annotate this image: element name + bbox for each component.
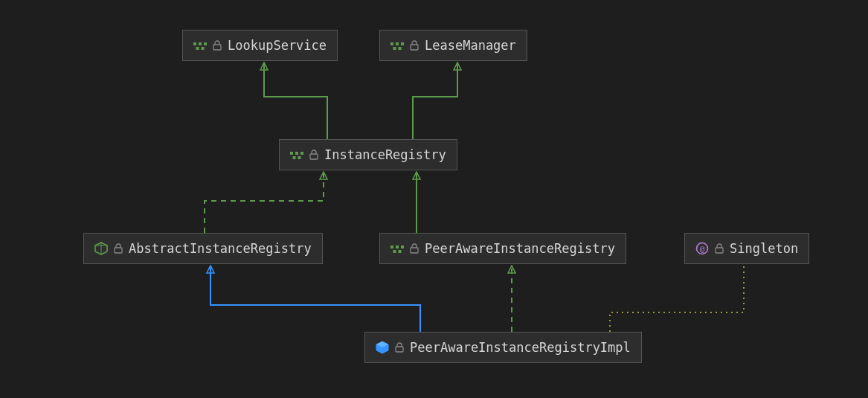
svg-rect-13 — [295, 152, 298, 155]
lock-icon — [114, 243, 123, 254]
node-lease-manager[interactable]: LeaseManager — [379, 30, 527, 61]
node-lookup-service[interactable]: LookupService — [182, 30, 338, 61]
svg-rect-2 — [204, 42, 207, 45]
svg-rect-17 — [310, 154, 318, 159]
svg-rect-8 — [401, 42, 404, 45]
svg-text:@: @ — [700, 244, 705, 254]
node-singleton[interactable]: @ Singleton — [684, 233, 809, 264]
interface-icon — [193, 39, 207, 52]
svg-rect-9 — [393, 47, 396, 50]
interface-icon — [290, 148, 303, 161]
class-icon — [376, 341, 389, 354]
lock-icon — [410, 40, 419, 51]
svg-rect-24 — [411, 248, 418, 253]
svg-rect-22 — [393, 250, 396, 253]
lock-icon — [309, 150, 318, 160]
node-label: LookupService — [228, 38, 327, 53]
lock-icon — [410, 243, 419, 254]
lock-icon — [213, 40, 222, 51]
svg-rect-15 — [293, 156, 296, 159]
node-label: LeaseManager — [425, 38, 516, 53]
svg-rect-27 — [716, 248, 723, 253]
interface-icon — [390, 39, 404, 52]
svg-rect-28 — [396, 347, 403, 352]
node-label: PeerAwareInstanceRegistry — [425, 241, 615, 256]
svg-rect-20 — [396, 245, 399, 248]
svg-rect-6 — [390, 42, 393, 45]
svg-rect-7 — [396, 42, 399, 45]
interface-icon — [390, 242, 404, 255]
svg-rect-21 — [401, 245, 404, 248]
svg-rect-1 — [199, 42, 202, 45]
node-label: PeerAwareInstanceRegistryImpl — [410, 340, 631, 355]
lock-icon — [395, 342, 404, 353]
node-instance-registry[interactable]: InstanceRegistry — [279, 139, 457, 170]
node-label: Singleton — [730, 241, 798, 256]
node-abstract-instance-registry[interactable]: AbstractInstanceRegistry — [83, 233, 323, 264]
svg-rect-19 — [390, 245, 393, 248]
svg-rect-4 — [202, 47, 205, 50]
svg-rect-5 — [213, 45, 221, 50]
svg-rect-10 — [399, 47, 402, 50]
svg-rect-23 — [399, 250, 402, 253]
svg-rect-11 — [411, 45, 418, 50]
node-label: InstanceRegistry — [324, 147, 446, 162]
svg-rect-3 — [196, 47, 199, 50]
node-peer-aware-instance-registry-impl[interactable]: PeerAwareInstanceRegistryImpl — [364, 332, 642, 363]
node-peer-aware-instance-registry[interactable]: PeerAwareInstanceRegistry — [379, 233, 626, 264]
svg-rect-12 — [290, 152, 293, 155]
annotation-icon: @ — [695, 242, 709, 255]
lock-icon — [715, 243, 724, 254]
abstract-class-icon — [94, 242, 108, 255]
svg-rect-16 — [298, 156, 301, 159]
svg-rect-14 — [300, 152, 303, 155]
svg-rect-0 — [193, 42, 196, 45]
node-label: AbstractInstanceRegistry — [129, 241, 312, 256]
svg-rect-18 — [115, 248, 122, 253]
